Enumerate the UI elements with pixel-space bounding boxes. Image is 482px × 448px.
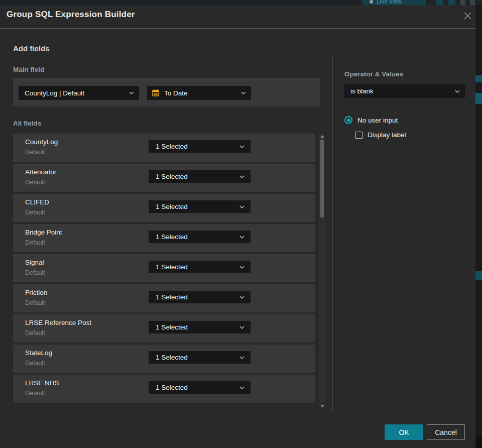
cancel-button[interactable]: Cancel bbox=[427, 424, 465, 440]
field-name: LRSE Reference Post bbox=[25, 319, 91, 326]
field-subtitle: Default bbox=[25, 360, 45, 367]
field-selection-value: 1 Selected bbox=[149, 143, 239, 150]
live-view-toggle[interactable]: Live view bbox=[363, 0, 426, 5]
field-subtitle: Default bbox=[25, 209, 45, 216]
scrollbar-thumb[interactable] bbox=[320, 140, 324, 217]
field-selection-value: 1 Selected bbox=[149, 263, 239, 271]
chevron-down-icon bbox=[239, 236, 251, 239]
field-row: Attenuator Default 1 Selected bbox=[13, 164, 315, 192]
operator-values-label: Operator & Values bbox=[344, 70, 403, 78]
chevron-down-icon bbox=[239, 145, 251, 148]
field-subtitle: Default bbox=[25, 239, 45, 246]
field-selection-dropdown[interactable]: 1 Selected bbox=[149, 381, 251, 394]
field-selection-value: 1 Selected bbox=[149, 233, 239, 241]
field-subtitle: Default bbox=[25, 329, 45, 337]
no-user-input-radio[interactable]: No user input bbox=[344, 116, 398, 124]
field-row: Signal Default 1 Selected bbox=[13, 254, 315, 282]
field-selection-dropdown[interactable]: 1 Selected bbox=[149, 231, 251, 243]
field-selection-dropdown[interactable]: 1 Selected bbox=[149, 321, 251, 333]
chevron-down-icon bbox=[239, 296, 251, 299]
field-selection-dropdown[interactable]: 1 Selected bbox=[149, 140, 251, 153]
all-fields-list: CountyLog Default 1 Selected Attenuator … bbox=[13, 134, 315, 405]
chevron-down-icon bbox=[241, 91, 251, 94]
field-row: LRSE NHS Default 1 Selected bbox=[13, 375, 315, 403]
field-selection-dropdown[interactable]: 1 Selected bbox=[149, 261, 251, 273]
chevron-down-icon bbox=[239, 326, 251, 329]
display-label-checkbox[interactable]: Display label bbox=[355, 131, 406, 139]
background-toolbar-fragment bbox=[436, 0, 443, 5]
live-view-dot-icon bbox=[370, 0, 373, 4]
field-row: StateLog Default 1 Selected bbox=[13, 345, 315, 373]
background-toolbar-fragment bbox=[470, 0, 475, 5]
main-field-dropdown-value: CountyLog | Default bbox=[19, 89, 129, 97]
chevron-down-icon bbox=[129, 91, 139, 94]
background-fragment bbox=[475, 75, 482, 82]
ok-button[interactable]: OK bbox=[385, 424, 423, 440]
close-icon bbox=[463, 12, 472, 20]
panel-divider bbox=[332, 55, 333, 412]
group-sql-expression-builder-dialog: Group SQL Expression Builder Add fields … bbox=[0, 5, 475, 448]
field-row: Friction Default 1 Selected bbox=[13, 284, 315, 312]
field-name: StateLog bbox=[25, 349, 52, 357]
field-name: Bridge Point bbox=[25, 229, 62, 236]
field-name: CountyLog bbox=[25, 138, 58, 146]
field-name: Signal bbox=[25, 259, 44, 266]
background-toolbar-fragment bbox=[448, 0, 455, 5]
field-row: Bridge Point Default 1 Selected bbox=[13, 224, 315, 252]
date-field-dropdown[interactable]: To Date bbox=[147, 86, 251, 100]
field-selection-value: 1 Selected bbox=[149, 354, 239, 361]
field-selection-dropdown[interactable]: 1 Selected bbox=[149, 351, 251, 364]
field-selection-value: 1 Selected bbox=[149, 203, 239, 210]
chevron-down-icon bbox=[239, 356, 251, 359]
field-selection-value: 1 Selected bbox=[149, 384, 239, 391]
chevron-down-icon bbox=[239, 175, 251, 178]
no-user-input-label: No user input bbox=[357, 117, 398, 124]
field-selection-value: 1 Selected bbox=[149, 323, 239, 331]
main-field-label: Main field bbox=[13, 66, 44, 73]
all-fields-label: All fields bbox=[13, 120, 41, 127]
field-selection-dropdown[interactable]: 1 Selected bbox=[149, 200, 251, 213]
list-scrollbar[interactable] bbox=[319, 134, 325, 409]
field-row: CountyLog Default 1 Selected bbox=[13, 134, 315, 162]
main-field-dropdown[interactable]: CountyLog | Default bbox=[19, 86, 139, 100]
background-fragment bbox=[475, 271, 482, 280]
background-fragment bbox=[475, 93, 482, 104]
background-right-sliver bbox=[475, 5, 482, 448]
field-row: CLIFED Default 1 Selected bbox=[13, 194, 315, 222]
field-name: Attenuator bbox=[25, 168, 56, 176]
header-separator bbox=[0, 28, 475, 29]
chevron-down-icon bbox=[239, 266, 251, 269]
field-subtitle: Default bbox=[25, 179, 45, 186]
close-button[interactable] bbox=[461, 9, 474, 22]
field-selection-dropdown[interactable]: 1 Selected bbox=[149, 291, 251, 303]
main-field-panel: CountyLog | Default To Date bbox=[13, 78, 320, 106]
field-subtitle: Default bbox=[25, 390, 45, 397]
date-field-dropdown-value: To Date bbox=[160, 89, 241, 97]
chevron-down-icon bbox=[239, 386, 251, 389]
radio-selected-icon bbox=[344, 116, 352, 124]
field-selection-value: 1 Selected bbox=[149, 173, 239, 180]
field-subtitle: Default bbox=[25, 149, 45, 156]
field-name: Friction bbox=[25, 289, 47, 296]
background-app-strip: Live view bbox=[0, 0, 482, 5]
operator-dropdown[interactable]: is blank bbox=[344, 84, 465, 98]
scroll-up-icon[interactable] bbox=[320, 135, 324, 138]
field-subtitle: Default bbox=[25, 269, 45, 276]
field-selection-dropdown[interactable]: 1 Selected bbox=[149, 170, 251, 183]
background-fragment bbox=[475, 436, 482, 448]
operator-dropdown-value: is blank bbox=[344, 87, 455, 95]
dialog-title: Group SQL Expression Builder bbox=[7, 10, 135, 20]
field-subtitle: Default bbox=[25, 299, 45, 306]
add-fields-heading: Add fields bbox=[13, 44, 50, 53]
chevron-down-icon bbox=[455, 90, 465, 93]
field-selection-value: 1 Selected bbox=[149, 293, 239, 301]
chevron-down-icon bbox=[239, 205, 251, 208]
scroll-down-icon[interactable] bbox=[320, 405, 324, 407]
background-toolbar-fragment bbox=[460, 0, 465, 5]
field-name: CLIFED bbox=[25, 198, 49, 206]
display-label-text: Display label bbox=[368, 131, 406, 139]
calendar-icon bbox=[147, 89, 160, 97]
checkbox-unchecked-icon[interactable] bbox=[355, 132, 363, 139]
live-view-label: Live view bbox=[377, 0, 401, 5]
field-row: LRSE Reference Post Default 1 Selected bbox=[13, 314, 315, 343]
